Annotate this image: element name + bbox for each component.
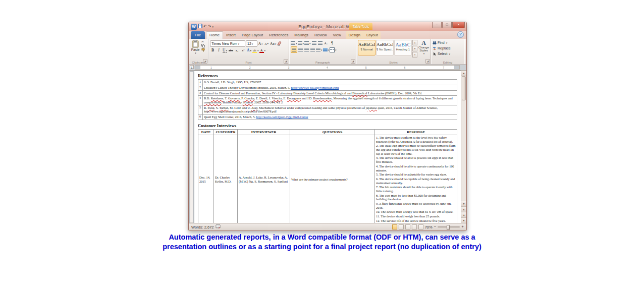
zoom-slider-thumb[interactable] [447, 225, 450, 230]
editing-group: Find ▾ Replace Select ▾ Editing [431, 39, 464, 64]
minimize-button[interactable]: – [432, 22, 442, 28]
shading-icon[interactable]: ▾ [323, 47, 330, 52]
draft-view-icon[interactable] [418, 224, 423, 229]
select-button[interactable]: Select ▾ [433, 51, 463, 56]
paste-button[interactable]: Paste ▾ [190, 40, 200, 54]
proofing-icon[interactable] [216, 224, 221, 229]
close-button[interactable]: × [452, 22, 465, 28]
clipboard-dialog-launcher-icon[interactable]: ◢ [203, 59, 207, 64]
style-card[interactable]: AaBbCcI¶ Normal [358, 40, 375, 55]
decrease-indent-icon[interactable] [311, 40, 317, 46]
line-spacing-icon[interactable]: ▾ [316, 47, 323, 52]
show-paragraph-marks-icon[interactable]: ¶ [330, 40, 335, 46]
scroll-up-icon[interactable]: ▲ [461, 71, 466, 76]
bold-button[interactable]: B [210, 47, 216, 53]
styles-scroll-up-icon[interactable]: ▲ [412, 40, 417, 45]
word-logo-icon[interactable]: W [191, 24, 197, 30]
zoom-in-icon[interactable]: + [461, 224, 464, 229]
maximize-button[interactable]: □ [442, 22, 452, 28]
highlight-button[interactable]: ab▾ [252, 47, 259, 53]
reference-link[interactable]: http://www.cc-tdi.org/#!mission/ctnu [291, 86, 339, 89]
highlight-dropdown-icon: ▾ [257, 49, 259, 52]
styles-more-icon[interactable]: ▾ [412, 52, 417, 57]
font-name-combo[interactable]: Times New Rom▾ [210, 40, 245, 47]
numbering-icon[interactable]: ▾ [298, 40, 304, 46]
increase-indent-icon[interactable] [317, 40, 323, 46]
scroll-down-icon[interactable]: ▼ [461, 201, 466, 206]
copy-icon[interactable] [201, 44, 205, 48]
sort-icon[interactable]: A↓ [324, 40, 329, 46]
horizontal-ruler[interactable]: L 1234567 [189, 65, 466, 71]
change-case-button[interactable]: Aa▾ [270, 41, 276, 46]
tab-home[interactable]: Home [206, 31, 223, 39]
interview-cell-date: Dec. 14, 2015 [198, 135, 214, 223]
vertical-scrollbar[interactable]: ▲ ▼ ▲ ● ▼ [461, 71, 466, 223]
tab-page-layout[interactable]: Page Layout [239, 31, 266, 39]
tab-insert[interactable]: Insert [223, 31, 239, 39]
styles-scroll-down-icon[interactable]: ▼ [412, 46, 417, 51]
scrollbar-thumb[interactable] [462, 76, 466, 100]
save-icon[interactable] [198, 24, 202, 30]
borders-icon[interactable]: ▾ [330, 47, 337, 52]
print-layout-view-icon[interactable] [392, 224, 397, 229]
change-styles-button[interactable]: A Change Styles ▾ [418, 40, 429, 55]
shrink-font-button[interactable]: A▼ [264, 41, 270, 46]
subscript-button[interactable]: x₂ [234, 47, 240, 53]
word-count[interactable]: Words: 2,672 [191, 225, 213, 229]
align-center-icon[interactable] [298, 47, 303, 52]
strikethrough-button[interactable]: abe [228, 47, 234, 53]
tab-mailings[interactable]: Mailings [291, 31, 311, 39]
grow-font-button[interactable]: A▲ [258, 41, 263, 46]
paste-dropdown-icon[interactable]: ▾ [195, 51, 196, 54]
full-screen-reading-view-icon[interactable] [399, 224, 404, 229]
reference-number-cell: 5 [198, 105, 203, 114]
multilevel-list-icon[interactable]: ▾ [304, 40, 311, 46]
zoom-level[interactable]: 70% [425, 225, 433, 229]
align-left-icon[interactable] [291, 46, 297, 53]
text-effects-button[interactable]: A▾ [246, 47, 252, 53]
align-right-icon[interactable] [304, 47, 309, 52]
zoom-out-icon[interactable]: − [434, 224, 437, 229]
style-card[interactable]: AaBbCcI¶ No Spaci... [376, 40, 394, 55]
font-dialog-launcher-icon[interactable]: ◢ [284, 59, 288, 64]
tab-view[interactable]: View [330, 31, 344, 39]
document-page[interactable]: References 1G.S. Bartell, J.D. Singh, 19… [194, 71, 461, 223]
superscript-button[interactable]: x² [240, 47, 246, 53]
replace-button[interactable]: Replace [433, 45, 463, 51]
help-icon[interactable]: ? [457, 31, 464, 38]
zoom-slider[interactable] [438, 226, 460, 227]
browse-object-icon[interactable]: ● [461, 212, 466, 217]
interview-table: DATECUSTOMERINTERVIEWERQUESTIONSRESPONSE… [198, 129, 457, 223]
format-painter-icon[interactable] [201, 48, 205, 52]
qat-customize-icon[interactable]: ▾ [212, 25, 213, 28]
previous-page-icon[interactable]: ▲ [461, 206, 466, 212]
reference-text: Decuypere [287, 96, 301, 100]
tab-file[interactable]: File [191, 31, 205, 39]
tab-design[interactable]: Design [346, 31, 363, 39]
underline-button[interactable]: U▾ [222, 47, 228, 53]
cut-icon[interactable]: ✂ [201, 40, 205, 43]
reference-link[interactable]: http://korin.com/Quail-Egg-Shell-Cutter [256, 115, 308, 119]
font-size-combo[interactable]: 12▾ [246, 40, 257, 47]
reference-text: Tarhan [219, 106, 228, 109]
next-page-icon[interactable]: ▼ [461, 217, 466, 223]
clear-formatting-button[interactable] [277, 41, 282, 46]
tab-review[interactable]: Review [311, 31, 330, 39]
redo-icon[interactable]: ↷ [208, 24, 211, 29]
vertical-ruler[interactable] [190, 72, 193, 223]
web-layout-view-icon[interactable] [405, 224, 410, 229]
bullets-icon[interactable]: ▾ [291, 40, 297, 46]
paragraph-dialog-launcher-icon[interactable]: ◢ [351, 59, 355, 64]
tab-layout[interactable]: Layout [363, 31, 381, 39]
outline-view-icon[interactable] [412, 224, 417, 229]
undo-icon[interactable]: ↶ [203, 24, 207, 29]
tab-references[interactable]: References [266, 31, 291, 39]
numbering-dropdown-icon: ▾ [303, 42, 304, 45]
tab-selector[interactable]: L [190, 65, 194, 69]
find-button[interactable]: Find ▾ [433, 40, 463, 45]
justify-icon[interactable] [310, 47, 315, 52]
style-card[interactable]: AaBbCHeading 1 [394, 40, 412, 55]
italic-button[interactable]: I [216, 47, 222, 53]
font-color-button[interactable]: A▾ [259, 47, 266, 53]
styles-dialog-launcher-icon[interactable]: ◢ [425, 59, 430, 64]
